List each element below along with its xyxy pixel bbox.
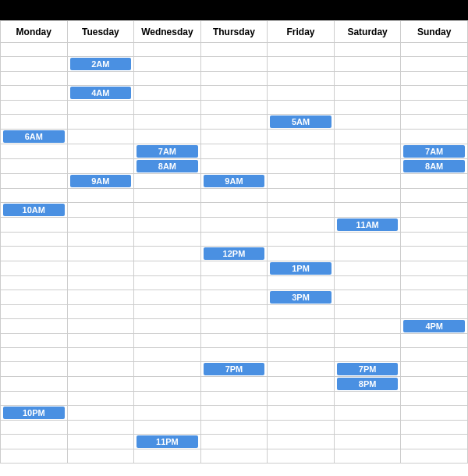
time-slot [401, 203, 468, 218]
time-slot [134, 377, 201, 392]
time-slot [268, 392, 335, 406]
time-slot [134, 362, 201, 377]
time-label: 11AM [337, 218, 399, 231]
time-slot [1, 305, 68, 319]
day-header-monday: Monday [1, 21, 68, 43]
time-slot [268, 377, 335, 392]
time-slot [334, 43, 401, 57]
time-slot [401, 233, 468, 247]
time-slot [134, 218, 201, 233]
time-slot [1, 144, 68, 159]
time-slot [200, 449, 268, 464]
time-slot [268, 334, 335, 348]
time-slot [200, 435, 268, 449]
time-slot [67, 377, 134, 392]
time-slot: 9AM [200, 174, 268, 189]
time-slot: 7PM [200, 362, 268, 377]
time-slot: 3PM [268, 290, 335, 305]
time-slot [334, 115, 401, 130]
time-slot [67, 101, 134, 115]
time-slot [401, 86, 468, 101]
time-slot: 4PM [401, 319, 468, 334]
time-slot [1, 218, 68, 233]
time-label: 12PM [204, 247, 265, 260]
time-slot [401, 305, 468, 319]
time-slot: 7PM [334, 362, 401, 377]
time-slot: 1PM [268, 261, 335, 276]
time-slot [268, 43, 335, 57]
time-slot [67, 435, 134, 449]
time-slot [401, 362, 468, 377]
time-slot [334, 203, 401, 218]
time-label: 4AM [70, 87, 132, 99]
time-slot: 7AM [134, 144, 201, 159]
table-row [1, 276, 468, 290]
time-slot [134, 86, 201, 101]
time-slot [1, 435, 68, 449]
time-slot [334, 348, 401, 362]
time-slot [334, 290, 401, 305]
time-slot [1, 189, 68, 203]
time-slot [401, 130, 468, 144]
time-slot [334, 449, 401, 464]
time-slot [200, 377, 268, 392]
table-row: 1PM [1, 261, 468, 276]
time-slot [268, 174, 335, 189]
time-slot [1, 101, 68, 115]
time-slot [67, 218, 134, 233]
time-slot [334, 334, 401, 348]
time-label: 10PM [3, 407, 65, 419]
time-slot [134, 247, 201, 261]
table-row: 6AM [1, 130, 468, 144]
time-slot [1, 115, 68, 130]
table-row: 7PM7PM [1, 362, 468, 377]
time-slot [1, 319, 68, 334]
time-slot [200, 101, 268, 115]
time-slot [401, 406, 468, 421]
day-header-friday: Friday [268, 21, 335, 43]
time-label: 3PM [270, 291, 332, 304]
table-row [1, 305, 468, 319]
table-row: 5AM [1, 115, 468, 130]
time-slot [401, 43, 468, 57]
time-slot [401, 247, 468, 261]
time-slot [134, 57, 201, 72]
time-slot [1, 449, 68, 464]
time-slot [1, 159, 68, 174]
time-slot [67, 406, 134, 421]
time-slot [401, 72, 468, 86]
time-slot [67, 319, 134, 334]
time-slot [268, 57, 335, 72]
time-slot [401, 174, 468, 189]
table-row: 11PM [1, 435, 468, 449]
table-row [1, 233, 468, 247]
time-slot [334, 421, 401, 435]
time-slot [134, 334, 201, 348]
time-label: 2AM [70, 58, 132, 70]
table-row: 3PM [1, 290, 468, 305]
time-slot [200, 421, 268, 435]
time-slot [67, 334, 134, 348]
time-slot [401, 449, 468, 464]
time-slot [334, 276, 401, 290]
time-slot [67, 233, 134, 247]
table-row: 11AM [1, 218, 468, 233]
time-slot [401, 115, 468, 130]
time-slot [200, 334, 268, 348]
table-row: 4AM [1, 86, 468, 101]
time-slot [134, 319, 201, 334]
time-slot [334, 435, 401, 449]
table-row: 4PM [1, 319, 468, 334]
time-slot [200, 261, 268, 276]
time-slot [268, 159, 335, 174]
time-slot [134, 406, 201, 421]
time-slot [200, 276, 268, 290]
time-slot [67, 115, 134, 130]
time-slot: 8AM [134, 159, 201, 174]
schedule-body: 2AM4AM5AM6AM7AM7AM8AM8AM9AM9AM10AM11AM12… [1, 43, 468, 464]
table-row: 10PM [1, 406, 468, 421]
time-slot [334, 233, 401, 247]
time-slot [67, 261, 134, 276]
time-slot [67, 290, 134, 305]
time-slot [1, 86, 68, 101]
